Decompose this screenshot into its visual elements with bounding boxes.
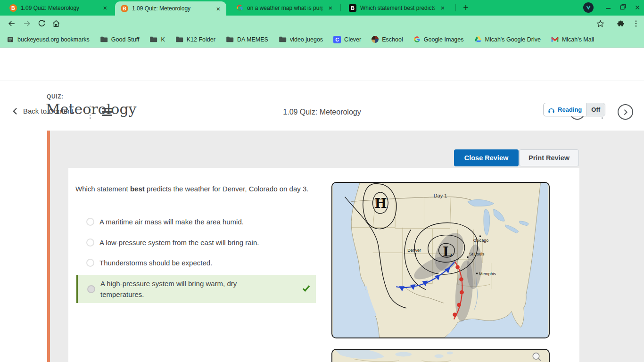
reading-state-badge: Off (586, 103, 605, 116)
chevron-right-icon (623, 109, 628, 115)
radio-selected[interactable] (87, 285, 95, 293)
minimize-icon[interactable] (603, 3, 613, 12)
tab-brainly[interactable]: B Which statement best predicts t × (343, 0, 451, 16)
tab-quiz-1[interactable]: B 1.09 Quiz: Meteorology × (4, 0, 113, 16)
bookmark-eschool[interactable]: Eschool (372, 36, 403, 43)
google-drive-icon (474, 36, 482, 43)
tab-strip: B 1.09 Quiz: Meteorology × B 1.09 Quiz: … (0, 0, 644, 16)
brainly-favicon-icon: B (349, 4, 356, 12)
folder-icon (226, 36, 234, 43)
tab-quiz-2-active[interactable]: B 1.09 Quiz: Meteorology × (115, 1, 226, 16)
tab-close-icon[interactable]: × (326, 4, 335, 12)
brightspace-favicon-icon: B (121, 5, 128, 12)
bookmark-google-images[interactable]: Google Images (413, 36, 464, 43)
tab-close-icon[interactable]: × (214, 5, 223, 13)
quiz-title: Meteorology (46, 101, 137, 117)
tab-title: on a weather map what is purpl (247, 5, 322, 11)
bookmark-buckeyeusd[interactable]: buckeyeusd.org bookmarks (7, 36, 90, 43)
reading-toggle[interactable]: Reading Off (543, 103, 605, 116)
google-icon (413, 36, 421, 43)
bookmark-gmail[interactable]: Micah's Mail (551, 36, 594, 43)
close-window-icon[interactable]: ✕ (633, 3, 642, 12)
svg-text:St Louis: St Louis (469, 252, 485, 256)
weather-map-day1: H L Denver Chicago St Louis Memphis Day … (331, 182, 550, 338)
print-review-button[interactable]: Print Review (519, 149, 579, 166)
orange-accent-bar (47, 131, 50, 362)
gmail-icon (551, 36, 559, 42)
radio-unselected[interactable] (86, 259, 94, 267)
radio-unselected[interactable] (86, 239, 94, 247)
tab-close-icon[interactable]: × (438, 4, 447, 12)
browser-toolbar: learning.k12.com/d2l/le/enhancedSequence… (0, 16, 644, 32)
bookmark-google-drive[interactable]: Micah's Google Drive (474, 36, 541, 43)
question-text: Which statement best predicts the weathe… (75, 183, 315, 194)
bookmark-folder-good-stuff[interactable]: Good Stuff (100, 36, 140, 43)
high-pressure-label: H (374, 196, 387, 211)
bookmark-folder-k12[interactable]: K12 Folder (175, 36, 215, 43)
bookmarks-bar: buckeyeusd.org bookmarks Good Stuff K K1… (0, 32, 644, 48)
svg-text:Denver: Denver (407, 248, 421, 253)
d2l-header: Back to Content 1.09 Quiz: Meteorology (0, 48, 644, 81)
tab-title: 1.09 Quiz: Meteorology (21, 5, 97, 11)
day-label: Day 1 (434, 193, 447, 198)
profile-avatar[interactable] (583, 2, 594, 13)
answer-option-3[interactable]: Thunderstorms should be expected. (75, 255, 316, 270)
answer-option-4-correct[interactable]: A high-pressure system will bring warm, … (76, 275, 316, 303)
quiz-review-panel: Close Review Print Review Which statemen… (47, 131, 644, 362)
close-review-button[interactable]: Close Review (454, 149, 519, 166)
answer-option-1[interactable]: A maritime air mass will make the area h… (75, 214, 316, 229)
back-icon[interactable] (7, 18, 17, 29)
reload-icon[interactable] (36, 18, 47, 29)
radio-unselected[interactable] (86, 218, 94, 226)
reading-label: Reading (558, 106, 582, 113)
home-icon[interactable] (51, 18, 61, 29)
restore-window-icon[interactable] (618, 3, 627, 12)
low-pressure-label: L (443, 244, 452, 260)
svg-text:Memphis: Memphis (479, 272, 496, 276)
next-page-button[interactable] (618, 104, 633, 120)
new-tab-button[interactable]: + (460, 2, 471, 13)
bookmarks-manager-icon (7, 36, 14, 43)
tab-close-icon[interactable]: × (101, 4, 109, 12)
tab-title: 1.09 Quiz: Meteorology (132, 5, 210, 12)
browser-menu-icon[interactable] (631, 18, 641, 29)
clever-icon: C (333, 36, 341, 43)
google-favicon-icon (236, 4, 243, 12)
brightspace-favicon-icon: B (9, 4, 17, 12)
tab-google-search[interactable]: on a weather map what is purpl × (230, 0, 339, 16)
bookmark-clever[interactable]: C Clever (333, 36, 361, 43)
tab-divider (455, 4, 456, 11)
quiz-kicker: QUIZ: (47, 93, 64, 100)
bookmark-star-icon[interactable] (595, 18, 605, 29)
tab-divider (340, 4, 341, 11)
tab-title: Which statement best predicts t (360, 5, 435, 11)
folder-icon (100, 36, 108, 43)
question-card: Which statement best predicts the weathe… (68, 168, 579, 362)
svg-text:Chicago: Chicago (473, 238, 489, 243)
answer-option-2[interactable]: A low-pressure system from the east will… (75, 235, 316, 250)
folder-icon (149, 36, 157, 43)
weather-map-day2-partial (331, 349, 550, 362)
eschool-icon (372, 36, 379, 43)
bookmark-folder-da-memes[interactable]: DA MEMES (226, 36, 268, 43)
extensions-puzzle-icon[interactable] (615, 18, 625, 29)
folder-icon (279, 36, 287, 43)
bookmark-folder-k[interactable]: K (149, 36, 165, 43)
headphones-icon (548, 107, 555, 113)
correct-check-icon (302, 285, 310, 294)
forward-icon[interactable] (22, 18, 32, 29)
bookmark-folder-video-juegos[interactable]: video juegos (279, 36, 323, 43)
folder-icon (175, 36, 183, 43)
